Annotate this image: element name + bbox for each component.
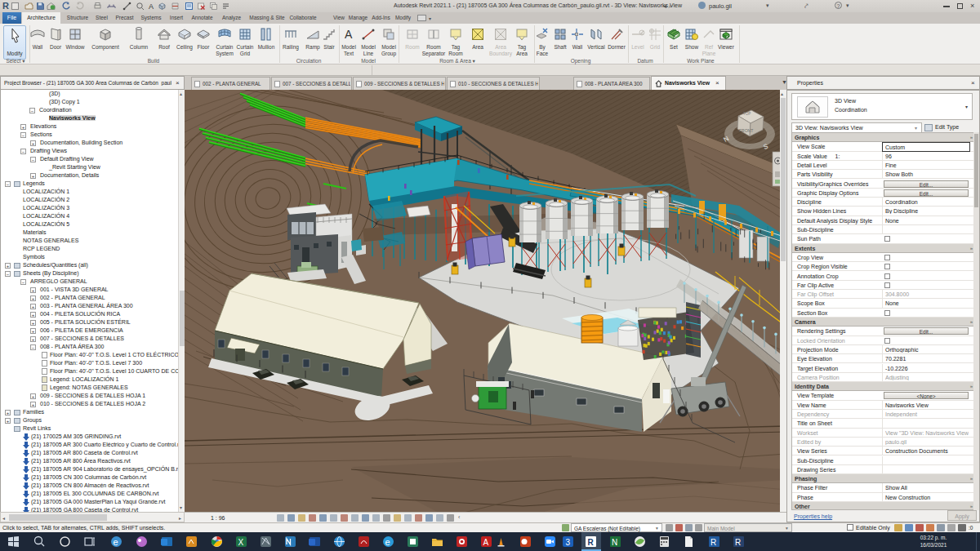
svg-text:R: R [710,538,716,547]
svg-text:R: R [588,538,595,547]
svg-text:A: A [483,538,489,547]
svg-text:X: X [238,538,244,547]
svg-text:N: N [612,538,617,547]
svg-text:FRONT: FRONT [739,128,753,133]
svg-text:e: e [114,537,118,547]
svg-text:A: A [345,28,353,41]
svg-text:R: R [735,538,741,547]
svg-text:3: 3 [566,538,571,547]
svg-text:e: e [385,537,390,547]
svg-text:TOP: TOP [743,112,751,116]
svg-text:A: A [149,2,154,11]
